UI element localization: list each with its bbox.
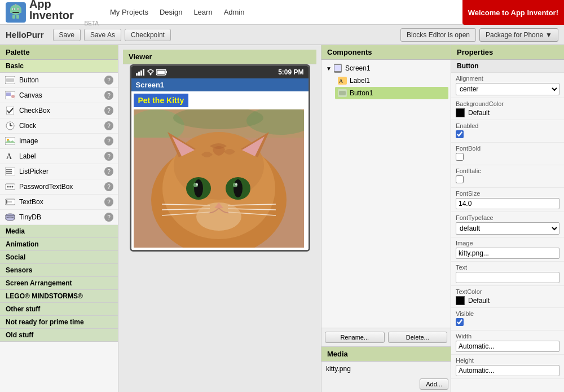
package-label: Package for Phone — [486, 31, 543, 39]
checkpoint-button[interactable]: Checkpoint — [125, 29, 171, 41]
palette-section-basic[interactable]: Basic — [0, 60, 118, 73]
svg-point-38 — [6, 217, 15, 221]
media-header: Media — [321, 347, 451, 362]
prop-alignment-select[interactable]: center left right — [456, 83, 559, 95]
nav-design[interactable]: Design — [160, 8, 182, 16]
prop-width-input[interactable] — [456, 341, 559, 352]
palette-item-textbox-help[interactable]: ? — [104, 197, 113, 206]
save-button[interactable]: Save — [53, 29, 81, 41]
palette-section-animation[interactable]: Animation — [0, 238, 118, 251]
wifi-icon — [147, 69, 155, 76]
palette-section-lego[interactable]: LEGO® MINDSTORMS® — [0, 290, 118, 303]
prop-enabled-checkbox[interactable] — [456, 130, 464, 138]
svg-point-43 — [149, 74, 151, 76]
palette-section-media[interactable]: Media — [0, 225, 118, 238]
prop-fonttypeface-select[interactable]: default serif sans-serif monospace — [456, 222, 559, 235]
palette-item-label[interactable]: A Label ? — [0, 149, 118, 164]
tree-children: A Label1 Button1 — [324, 74, 448, 99]
svg-rect-42 — [143, 69, 144, 76]
viewer-header: Viewer — [123, 50, 316, 64]
svg-rect-45 — [166, 71, 167, 73]
cat-image — [134, 109, 304, 248]
button-component-icon — [5, 74, 16, 86]
save-as-button[interactable]: Save As — [84, 29, 121, 41]
palette-item-image[interactable]: Image ? — [0, 134, 118, 149]
palette-item-clock[interactable]: Clock ? — [0, 118, 118, 134]
palette-item-clock-help[interactable]: ? — [104, 121, 113, 130]
prop-height-input[interactable] — [456, 365, 559, 376]
prop-fontbold-checkbox[interactable] — [456, 153, 464, 161]
prop-height: Height — [451, 355, 564, 379]
palette-section-screen-arrangement[interactable]: Screen Arrangement — [0, 277, 118, 290]
textbox-component-icon — [5, 196, 16, 208]
blocks-editor-button[interactable]: Blocks Editor is open — [400, 28, 476, 42]
prop-text-input[interactable] — [456, 272, 559, 283]
prop-fontsize-label: FontSize — [456, 190, 559, 197]
package-for-phone-button[interactable]: Package for Phone ▼ — [479, 28, 558, 42]
nav-learn[interactable]: Learn — [193, 8, 212, 16]
rename-button[interactable]: Rename... — [325, 332, 385, 343]
prop-backgroundcolor-text: Default — [468, 109, 490, 117]
tree-collapse-icon[interactable]: ▼ — [326, 65, 332, 72]
palette-item-checkbox[interactable]: CheckBox ? — [0, 103, 118, 118]
prop-enabled: Enabled — [451, 120, 564, 143]
palette-section-sensors[interactable]: Sensors — [0, 264, 118, 277]
statusbar-time: 5:09 PM — [278, 68, 303, 76]
palette-item-label-help[interactable]: ? — [104, 152, 113, 161]
dropdown-arrow-icon: ▼ — [545, 31, 552, 39]
prop-fontitalic-label: FontItalic — [456, 168, 559, 174]
properties-panel: Properties Button Alignment center left … — [451, 45, 564, 392]
media-file-kitty: kitty.png — [326, 364, 446, 374]
palette-item-image-help[interactable]: ? — [104, 136, 113, 146]
palette-item-button[interactable]: Button ? — [0, 73, 118, 88]
tree-item-screen1[interactable]: ▼ Screen1 — [324, 62, 448, 74]
prop-backgroundcolor-label: BackgroundColor — [456, 100, 559, 107]
palette-item-listpicker[interactable]: ListPicker ? — [0, 164, 118, 179]
svg-point-4 — [13, 8, 14, 10]
palette-item-listpicker-help[interactable]: ? — [104, 167, 113, 176]
palette-item-passwordtextbox-help[interactable]: ? — [104, 182, 113, 191]
palette-section-old[interactable]: Old stuff — [0, 329, 118, 342]
prop-height-label: Height — [456, 357, 559, 364]
nav-links: My Projects Design Learn Admin — [110, 8, 244, 16]
prop-fontsize-input[interactable] — [456, 198, 559, 209]
tree-item-button1[interactable]: Button1 — [335, 87, 448, 99]
logo-text-area: App Inventor BETA — [29, 0, 99, 27]
svg-point-66 — [235, 183, 237, 186]
prop-fontitalic-checkbox[interactable] — [456, 175, 464, 183]
right-toolbar: Blocks Editor is open Package for Phone … — [400, 28, 558, 42]
palette-item-passwordtextbox-label: PasswordTextBox — [19, 183, 104, 191]
prop-image-input[interactable] — [456, 248, 559, 259]
prop-textcolor-swatch — [456, 296, 465, 305]
pet-button[interactable]: Pet the Kitty — [134, 94, 189, 107]
delete-button[interactable]: Delete... — [388, 332, 448, 343]
svg-rect-81 — [339, 91, 346, 95]
palette-section-notready[interactable]: Not ready for prime time — [0, 316, 118, 329]
nav-myprojects[interactable]: My Projects — [110, 8, 148, 16]
nav-admin[interactable]: Admin — [224, 8, 245, 16]
palette-item-textbox[interactable]: TextBox ? — [0, 195, 118, 210]
palette-panel: Palette Basic Button ? Canvas ? CheckBox… — [0, 45, 118, 392]
properties-subheader: Button — [451, 60, 564, 73]
welcome-banner: Welcome to App Inventor! — [462, 0, 564, 25]
palette-item-tinydb-help[interactable]: ? — [104, 213, 113, 222]
main-area: Palette Basic Button ? Canvas ? CheckBox… — [0, 45, 564, 392]
image-component-icon — [5, 135, 16, 147]
prop-alignment: Alignment center left right — [451, 73, 564, 98]
prop-image: Image — [451, 237, 564, 262]
palette-item-tinydb[interactable]: TinyDB ? — [0, 210, 118, 225]
svg-rect-77 — [337, 72, 339, 72]
palette-item-button-help[interactable]: ? — [104, 76, 113, 85]
phone-frame: 5:09 PM Screen1 Pet the Kitty — [130, 64, 310, 252]
palette-item-checkbox-help[interactable]: ? — [104, 106, 113, 115]
properties-header: Properties — [451, 45, 564, 60]
palette-section-other[interactable]: Other stuff — [0, 303, 118, 316]
palette-item-canvas[interactable]: Canvas ? — [0, 88, 118, 103]
phone-titlebar: Screen1 — [131, 78, 309, 91]
palette-section-social[interactable]: Social — [0, 251, 118, 264]
tree-item-label1[interactable]: A Label1 — [335, 74, 448, 87]
palette-item-passwordtextbox[interactable]: PasswordTextBox ? — [0, 179, 118, 195]
palette-item-canvas-help[interactable]: ? — [104, 91, 113, 100]
prop-visible-checkbox[interactable] — [456, 318, 464, 326]
media-add-button[interactable]: Add... — [420, 378, 448, 390]
